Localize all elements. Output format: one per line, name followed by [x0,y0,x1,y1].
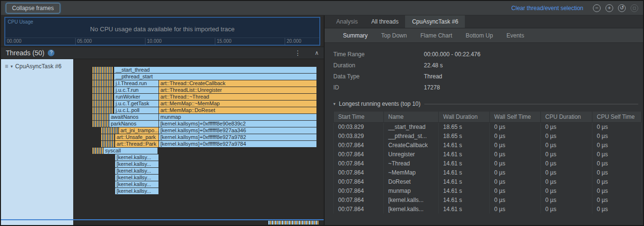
summary-label: Duration [333,62,424,69]
event-cell: 0 µs [592,150,642,159]
event-cell: 0 µs [541,195,592,204]
column-header-wall-duration[interactable]: Wall Duration [439,112,490,122]
flame-node[interactable]: [kernel.kallsy... [115,154,158,161]
tab-analysis[interactable]: Analysis [329,15,365,28]
flame-node[interactable]: parkNanos [109,121,158,127]
flame-node[interactable]: art::Unsafe_park [115,134,158,140]
event-cell: 0 µs [592,159,642,168]
clear-selection-link[interactable]: Clear thread/event selection [512,5,583,12]
event-row[interactable]: 00:07.864munmap14.61 s0 µs0 µs0 µs [334,186,642,195]
flame-micro-calls[interactable] [101,134,115,140]
flame-node[interactable]: j.u.c.T.getTask [114,100,158,107]
event-cell: 00:07.864 [334,150,384,159]
flame-micro-calls[interactable] [101,127,118,134]
collapse-frames-button[interactable]: Collapse frames [6,3,60,13]
event-cell: 0 µs [490,140,541,150]
expand-triangle-icon[interactable]: ▾ [11,63,13,70]
flame-node[interactable]: [kernel.kallsy... [115,161,158,167]
event-row[interactable]: 00:07.864CreateCallback14.61 s0 µs0 µs0 … [334,140,642,150]
flame-micro-calls[interactable] [92,94,113,100]
event-cell: 0 µs [592,204,642,213]
flame-node[interactable]: art::MemMap::DoReset [159,107,316,113]
flame-node[interactable]: j.u.c.T.run [114,87,158,93]
subtab-summary[interactable]: Summary [336,28,374,43]
flame-node[interactable]: art::Thread::CreateCallback [159,80,316,87]
flame-node[interactable]: art::Thread::Park [115,141,158,147]
flame-micro-calls[interactable] [92,121,109,127]
event-row[interactable]: 00:07.864Unregister14.61 s0 µs0 µs0 µs [334,150,642,159]
flame-node[interactable]: j.l.Thread.run [114,80,158,87]
column-header-wall-self-time[interactable]: Wall Self Time [490,112,541,122]
flame-micro-calls[interactable] [92,87,113,93]
flame-micro-calls[interactable] [92,100,113,107]
event-row[interactable]: 00:07.864~MemMap14.61 s0 µs0 µs0 µs [334,168,642,177]
flame-node[interactable]: syscall [104,148,158,154]
event-row[interactable]: 00:07.864[kernel.kalls...14.61 s0 µs0 µs… [334,195,642,204]
subtab-events[interactable]: Events [499,28,531,43]
subtab-bottom-up[interactable]: Bottom Up [459,28,500,43]
flame-node[interactable]: __pthread_start [114,74,316,80]
flame-micro-calls[interactable] [101,141,115,147]
reset-zoom-icon[interactable]: ↺ [618,4,626,12]
event-row[interactable]: 00:03.829__start_thread18.65 s0 µs0 µs0 … [334,122,642,131]
flame-node[interactable]: __start_thread [114,67,316,73]
flame-micro-calls[interactable] [92,67,113,73]
flame-micro-calls[interactable] [92,80,113,87]
event-row[interactable]: 00:07.864DoReset14.61 s0 µs0 µs0 µs [334,177,642,186]
drag-handle-icon[interactable]: ≡ [5,63,8,70]
event-cell: 00:07.864 [334,195,384,204]
zoom-in-icon[interactable]: + [605,4,613,12]
threads-header: Threads (50) ? ⋮ ∧ [1,47,324,59]
section-collapse-icon[interactable]: ▾ [333,101,336,106]
flame-node[interactable]: awaitNanos [109,114,158,120]
event-row[interactable]: 00:07.864~Thread14.61 s0 µs0 µs0 µs [334,159,642,168]
event-row[interactable]: 00:03.829__pthread_st...18.65 s0 µs0 µs0… [334,131,642,140]
flame-node[interactable]: art::Thread::~Thread [159,94,316,100]
column-header-name[interactable]: Name [384,112,439,122]
help-icon[interactable]: ? [48,50,54,56]
flame-node[interactable]: runWorker [114,94,158,100]
time-tick: 10.000 [145,38,215,45]
thread-track-header[interactable]: ≡ ▾ CpuAsyncTask #6 [1,59,73,219]
flame-micro-calls[interactable] [92,114,109,120]
event-cell: 0 µs [541,159,592,168]
more-options-icon[interactable]: ⋮ [294,49,301,57]
flame-node[interactable]: [kernel.kallsy... [115,175,158,181]
events-section-header[interactable]: ▾ Longest running events (top 10) [333,100,638,107]
flame-node[interactable]: [kernel.kallsyms]+0xffffff8e90e839c2 [159,121,316,127]
next-track-chart[interactable] [73,220,324,225]
flame-chart[interactable]: __start_thread__pthread_startj.l.Thread.… [73,59,324,219]
event-cell: 0 µs [592,140,642,150]
column-header-cpu-self-time[interactable]: CPU Self Time [592,112,642,122]
flame-node[interactable]: j.u.c.L.poll [114,107,158,113]
column-header-cpu-duration[interactable]: CPU Duration [541,112,592,122]
tab-all-threads[interactable]: All threads [365,15,406,28]
subtab-flame-chart[interactable]: Flame Chart [414,28,459,43]
collapse-section-icon[interactable]: ∧ [315,50,319,56]
flame-node[interactable]: art::ThreadList::Unregister [159,87,316,93]
column-header-start-time[interactable]: Start Time [334,112,384,122]
flame-node[interactable]: [kernel.kallsy... [115,181,158,188]
cpu-usage-panel[interactable]: CPU Usage No CPU usage data available fo… [4,17,320,46]
zoom-out-icon[interactable]: − [593,4,601,12]
flame-node[interactable]: art::MemMap::~MemMap [159,100,316,107]
tab-cpuasynctask-6[interactable]: CpuAsyncTask #6 [405,15,465,28]
summary-label: Time Range [333,51,424,58]
flame-micro-calls[interactable] [92,107,113,113]
flame-node[interactable]: munmap [159,114,316,120]
event-cell: DoReset [384,177,439,186]
summary-info: Time Range00:00.000 - 00:22.476Duration2… [325,43,643,93]
subtab-top-down[interactable]: Top Down [374,28,413,43]
event-cell: 0 µs [541,140,592,150]
event-row[interactable]: 00:07.864[kernel.kalls...14.61 s0 µs0 µs… [334,204,642,213]
flame-micro-calls[interactable] [92,74,113,80]
flame-node[interactable]: [kernel.kallsy... [115,168,158,174]
flame-micro-calls[interactable] [92,148,103,154]
flame-node[interactable]: [kernel.kallsy... [115,188,158,194]
next-track-header[interactable] [1,220,73,225]
flame-node[interactable]: [kernel.kallsyms]+0xffffff8e927a9782 [159,134,316,140]
summary-label: ID [333,84,424,91]
flame-node[interactable]: art_jni_trampo... [119,127,158,134]
flame-node[interactable]: [kernel.kallsyms]+0xffffff8e927a9784 [159,141,316,147]
flame-node[interactable]: [kernel.kallsyms]+0xffffff8e927aa346 [159,127,316,134]
